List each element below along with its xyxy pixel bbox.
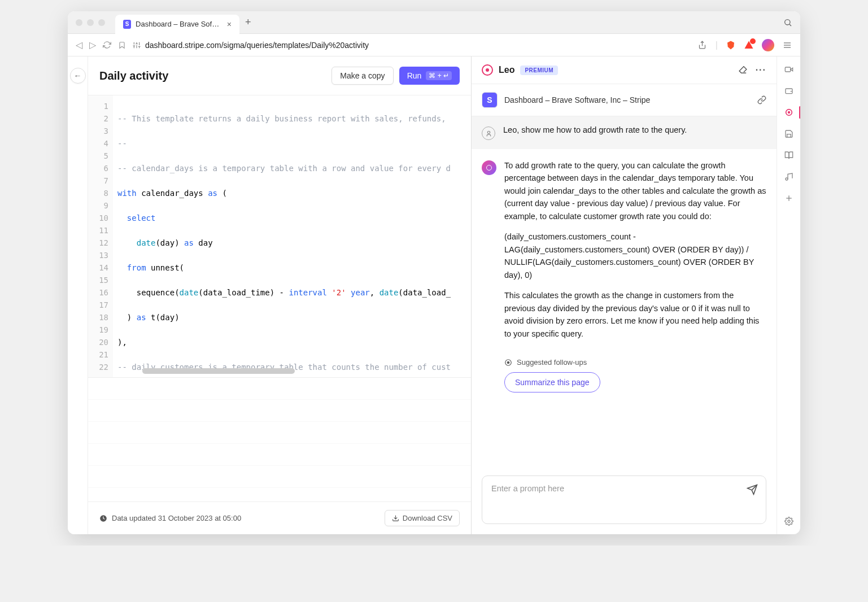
- page-back-button[interactable]: ←: [70, 68, 86, 84]
- sparkle-icon: [504, 359, 512, 367]
- close-window[interactable]: [76, 19, 82, 26]
- make-copy-button[interactable]: Make a copy: [332, 67, 393, 85]
- page-header: Daily activity Make a copy Run ⌘ + ↵: [88, 56, 471, 95]
- clock-icon: [99, 514, 107, 522]
- forward-button[interactable]: ▷: [89, 40, 96, 50]
- prompt-input[interactable]: Enter a prompt here: [482, 476, 766, 524]
- summarize-button[interactable]: Summarize this page: [504, 372, 600, 392]
- brave-rewards-icon[interactable]: [744, 40, 754, 50]
- leo-sidebar: Leo PREMIUM ··· S Dashboard – Brave Soft…: [472, 56, 777, 534]
- context-row: S Dashboard – Brave Software, Inc – Stri…: [472, 84, 777, 116]
- address-bar[interactable]: dashboard.stripe.com/sigma/queries/templ…: [133, 41, 691, 50]
- svg-line-1: [790, 24, 791, 26]
- sql-editor[interactable]: 12345678910111213141516171819202122 -- T…: [88, 95, 471, 377]
- svg-point-18: [487, 131, 490, 133]
- leo-icon: [482, 64, 493, 76]
- svg-rect-23: [785, 67, 790, 72]
- browser-toolbar: ◁ ▷ dashboard.stripe.com/sigma/queries/t…: [68, 34, 800, 56]
- run-shortcut: ⌘ + ↵: [426, 71, 452, 80]
- page-title: Daily activity: [99, 69, 168, 82]
- back-button[interactable]: ◁: [76, 40, 82, 50]
- code-area[interactable]: -- This template returns a daily busines…: [113, 95, 471, 377]
- minimize-window[interactable]: [87, 19, 94, 26]
- run-button[interactable]: Run ⌘ + ↵: [399, 67, 460, 85]
- leo-header-actions: ···: [738, 65, 766, 75]
- close-tab-icon[interactable]: ×: [227, 20, 232, 29]
- header-actions: Make a copy Run ⌘ + ↵: [332, 67, 460, 85]
- profile-avatar[interactable]: [762, 39, 774, 51]
- context-title: Dashboard – Brave Software, Inc – Stripe: [504, 95, 650, 104]
- svg-point-28: [786, 178, 788, 180]
- svg-point-31: [788, 520, 790, 522]
- wallet-icon[interactable]: [784, 86, 794, 96]
- svg-point-27: [788, 112, 790, 114]
- reload-button[interactable]: [103, 41, 111, 49]
- window-controls: [76, 19, 105, 26]
- ai-avatar-icon: [482, 160, 496, 175]
- bookmark-icon[interactable]: [118, 41, 126, 49]
- settings-icon[interactable]: [784, 516, 794, 526]
- prompt-area: Enter a prompt here: [472, 468, 777, 534]
- browser-tabs: S Dashboard – Brave Software, × +: [115, 13, 251, 32]
- follow-ups-label: Suggested follow-ups: [504, 358, 766, 367]
- prompt-placeholder: Enter a prompt here: [491, 484, 564, 493]
- erase-icon[interactable]: [738, 65, 748, 75]
- chat-area: Leo, show me how to add growth rate to t…: [472, 116, 777, 468]
- premium-badge: PREMIUM: [520, 66, 558, 75]
- line-gutter: 12345678910111213141516171819202122: [88, 95, 113, 377]
- leo-title: Leo: [499, 65, 514, 75]
- page-content: ← Daily activity Make a copy Run ⌘ + ↵ 1…: [68, 56, 800, 534]
- leo-header: Leo PREMIUM ···: [472, 56, 777, 84]
- main-panel: Daily activity Make a copy Run ⌘ + ↵ 123…: [88, 56, 472, 534]
- right-rail: [777, 56, 800, 534]
- url-text: dashboard.stripe.com/sigma/queries/templ…: [145, 41, 369, 50]
- user-message-text: Leo, show me how to add growth rate to t…: [503, 125, 687, 134]
- reader-icon[interactable]: [784, 150, 794, 160]
- music-icon[interactable]: [784, 172, 794, 182]
- svg-point-0: [785, 19, 790, 24]
- brave-shields-icon[interactable]: [726, 40, 736, 50]
- leo-rail-icon[interactable]: [784, 107, 794, 117]
- tab-title: Dashboard – Brave Software,: [136, 20, 220, 28]
- site-settings-icon: [133, 41, 141, 49]
- maximize-window[interactable]: [98, 19, 105, 26]
- left-rail: ←: [68, 56, 88, 534]
- stripe-favicon: S: [123, 20, 131, 29]
- add-rail-icon[interactable]: [784, 193, 794, 203]
- toolbar-right: |: [697, 39, 792, 51]
- more-icon[interactable]: ···: [756, 65, 766, 75]
- ai-message: To add growth rate to the query, you can…: [472, 149, 777, 358]
- ai-message-body: To add growth rate to the query, you can…: [504, 159, 766, 348]
- browser-tab-active[interactable]: S Dashboard – Brave Software, ×: [115, 15, 239, 34]
- context-favicon: S: [482, 92, 498, 108]
- save-rail-icon[interactable]: [784, 129, 794, 139]
- results-area: [88, 377, 471, 501]
- video-icon[interactable]: [784, 64, 794, 75]
- send-icon[interactable]: [747, 484, 758, 495]
- titlebar: S Dashboard – Brave Software, × +: [68, 11, 800, 34]
- share-icon[interactable]: [697, 40, 708, 50]
- data-updated-text: Data updated 31 October 2023 at 05:00: [112, 514, 241, 522]
- horizontal-scrollbar[interactable]: [142, 368, 295, 374]
- browser-window: S Dashboard – Brave Software, × + ◁ ▷ da…: [68, 11, 800, 534]
- svg-point-20: [507, 361, 509, 364]
- download-csv-button[interactable]: Download CSV: [385, 510, 460, 526]
- unlink-icon[interactable]: [757, 95, 766, 104]
- run-label: Run: [407, 71, 422, 80]
- tab-search-icon[interactable]: [783, 18, 792, 27]
- user-avatar-icon: [482, 126, 495, 140]
- user-message: Leo, show me how to add growth rate to t…: [472, 116, 777, 149]
- menu-icon[interactable]: [782, 40, 792, 50]
- new-tab-button[interactable]: +: [245, 16, 251, 28]
- editor-footer: Data updated 31 October 2023 at 05:00 Do…: [88, 501, 471, 534]
- follow-ups: Suggested follow-ups Summarize this page: [472, 358, 777, 403]
- download-icon: [392, 514, 399, 522]
